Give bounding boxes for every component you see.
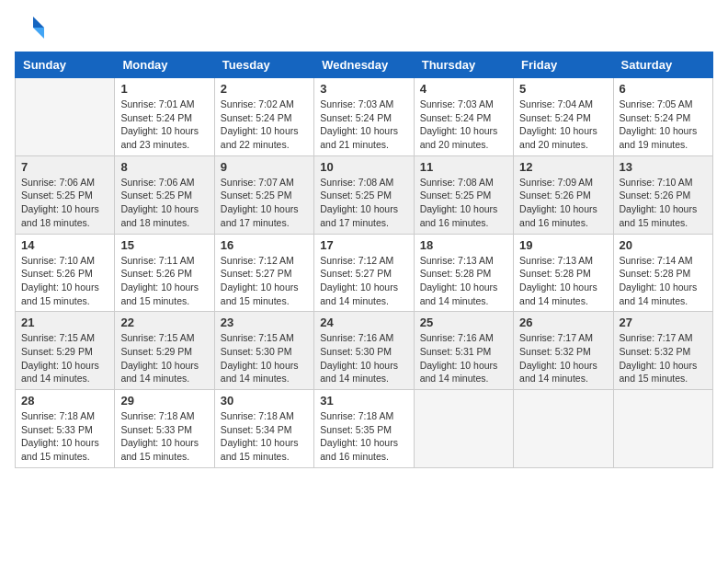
day-detail: Sunrise: 7:13 AM Sunset: 5:28 PM Dayligh… [420,254,507,308]
day-number: 10 [320,160,407,174]
calendar-cell: 14Sunrise: 7:10 AM Sunset: 5:26 PM Dayli… [16,234,115,312]
svg-marker-0 [33,17,44,28]
calendar-cell: 29Sunrise: 7:18 AM Sunset: 5:33 PM Dayli… [115,390,214,468]
day-number: 1 [120,82,208,96]
day-number: 15 [120,238,208,252]
logo [15,15,48,40]
header-thursday: Thursday [414,52,513,78]
calendar-cell: 17Sunrise: 7:12 AM Sunset: 5:27 PM Dayli… [314,234,414,312]
calendar-cell: 11Sunrise: 7:08 AM Sunset: 5:25 PM Dayli… [414,155,513,234]
day-detail: Sunrise: 7:11 AM Sunset: 5:26 PM Dayligh… [120,254,208,308]
calendar-cell: 19Sunrise: 7:13 AM Sunset: 5:28 PM Dayli… [514,234,613,312]
calendar-cell: 4Sunrise: 7:03 AM Sunset: 5:24 PM Daylig… [414,78,513,156]
day-detail: Sunrise: 7:14 AM Sunset: 5:28 PM Dayligh… [620,254,707,308]
calendar-cell: 1Sunrise: 7:01 AM Sunset: 5:24 PM Daylig… [115,78,214,156]
calendar-cell: 24Sunrise: 7:16 AM Sunset: 5:30 PM Dayli… [314,312,414,390]
calendar-week-row: 7Sunrise: 7:06 AM Sunset: 5:25 PM Daylig… [16,155,713,234]
calendar-week-row: 21Sunrise: 7:15 AM Sunset: 5:29 PM Dayli… [16,312,713,390]
day-detail: Sunrise: 7:06 AM Sunset: 5:25 PM Dayligh… [120,176,208,230]
day-number: 17 [320,238,407,252]
day-number: 26 [519,316,607,329]
calendar-cell: 12Sunrise: 7:09 AM Sunset: 5:26 PM Dayli… [514,155,613,234]
day-detail: Sunrise: 7:09 AM Sunset: 5:26 PM Dayligh… [519,176,607,230]
day-detail: Sunrise: 7:03 AM Sunset: 5:24 PM Dayligh… [420,98,507,152]
day-detail: Sunrise: 7:08 AM Sunset: 5:25 PM Dayligh… [320,176,407,230]
header-friday: Friday [514,52,613,78]
day-detail: Sunrise: 7:13 AM Sunset: 5:28 PM Dayligh… [519,254,607,308]
logo-icon [15,15,44,40]
header-wednesday: Wednesday [314,52,414,78]
day-detail: Sunrise: 7:18 AM Sunset: 5:33 PM Dayligh… [120,409,208,464]
calendar-cell: 10Sunrise: 7:08 AM Sunset: 5:25 PM Dayli… [314,155,414,234]
calendar-cell: 30Sunrise: 7:18 AM Sunset: 5:34 PM Dayli… [214,390,313,468]
day-detail: Sunrise: 7:15 AM Sunset: 5:30 PM Dayligh… [221,331,308,385]
day-detail: Sunrise: 7:01 AM Sunset: 5:24 PM Dayligh… [120,98,208,152]
day-detail: Sunrise: 7:16 AM Sunset: 5:30 PM Dayligh… [320,331,407,385]
day-number: 23 [221,316,308,329]
day-detail: Sunrise: 7:12 AM Sunset: 5:27 PM Dayligh… [320,254,407,308]
day-number: 18 [420,238,507,252]
day-detail: Sunrise: 7:08 AM Sunset: 5:25 PM Dayligh… [420,176,507,230]
day-number: 12 [519,160,607,174]
calendar-cell: 15Sunrise: 7:11 AM Sunset: 5:26 PM Dayli… [115,234,214,312]
day-number: 30 [221,394,308,408]
day-number: 3 [320,82,407,96]
calendar-cell: 3Sunrise: 7:03 AM Sunset: 5:24 PM Daylig… [314,78,414,156]
day-number: 6 [620,82,707,96]
day-detail: Sunrise: 7:12 AM Sunset: 5:27 PM Dayligh… [221,254,308,308]
day-number: 28 [21,394,108,408]
day-number: 9 [221,160,308,174]
day-detail: Sunrise: 7:10 AM Sunset: 5:26 PM Dayligh… [21,254,108,308]
day-detail: Sunrise: 7:16 AM Sunset: 5:31 PM Dayligh… [420,331,507,385]
calendar-cell: 23Sunrise: 7:15 AM Sunset: 5:30 PM Dayli… [214,312,313,390]
day-number: 20 [620,238,707,252]
day-number: 11 [420,160,507,174]
day-number: 22 [120,316,208,329]
day-number: 31 [320,394,407,408]
day-number: 5 [519,82,607,96]
day-number: 4 [420,82,507,96]
day-detail: Sunrise: 7:18 AM Sunset: 5:33 PM Dayligh… [21,409,108,464]
calendar-cell: 6Sunrise: 7:05 AM Sunset: 5:24 PM Daylig… [613,78,712,156]
header-monday: Monday [115,52,214,78]
day-detail: Sunrise: 7:17 AM Sunset: 5:32 PM Dayligh… [519,331,607,385]
calendar-table: SundayMondayTuesdayWednesdayThursdayFrid… [15,52,713,468]
calendar-cell: 27Sunrise: 7:17 AM Sunset: 5:32 PM Dayli… [613,312,712,390]
calendar-cell: 25Sunrise: 7:16 AM Sunset: 5:31 PM Dayli… [414,312,513,390]
calendar-cell: 31Sunrise: 7:18 AM Sunset: 5:35 PM Dayli… [314,390,414,468]
day-number: 27 [620,316,707,329]
header-saturday: Saturday [613,52,712,78]
calendar-cell: 5Sunrise: 7:04 AM Sunset: 5:24 PM Daylig… [514,78,613,156]
day-detail: Sunrise: 7:15 AM Sunset: 5:29 PM Dayligh… [120,331,208,385]
calendar-cell: 7Sunrise: 7:06 AM Sunset: 5:25 PM Daylig… [16,155,115,234]
day-number: 25 [420,316,507,329]
page-header [15,15,713,40]
day-detail: Sunrise: 7:17 AM Sunset: 5:32 PM Dayligh… [620,331,707,385]
day-number: 19 [519,238,607,252]
calendar-cell [414,390,513,468]
calendar-cell: 18Sunrise: 7:13 AM Sunset: 5:28 PM Dayli… [414,234,513,312]
calendar-cell [514,390,613,468]
calendar-cell: 16Sunrise: 7:12 AM Sunset: 5:27 PM Dayli… [214,234,313,312]
day-detail: Sunrise: 7:15 AM Sunset: 5:29 PM Dayligh… [21,331,108,385]
calendar-cell: 28Sunrise: 7:18 AM Sunset: 5:33 PM Dayli… [16,390,115,468]
calendar-header-row: SundayMondayTuesdayWednesdayThursdayFrid… [16,52,713,78]
day-detail: Sunrise: 7:10 AM Sunset: 5:26 PM Dayligh… [620,176,707,230]
day-detail: Sunrise: 7:18 AM Sunset: 5:35 PM Dayligh… [320,409,407,464]
day-number: 21 [21,316,108,329]
header-tuesday: Tuesday [214,52,313,78]
day-detail: Sunrise: 7:03 AM Sunset: 5:24 PM Dayligh… [320,98,407,152]
calendar-cell: 9Sunrise: 7:07 AM Sunset: 5:25 PM Daylig… [214,155,313,234]
day-number: 8 [120,160,208,174]
day-number: 13 [620,160,707,174]
day-number: 14 [21,238,108,252]
day-detail: Sunrise: 7:04 AM Sunset: 5:24 PM Dayligh… [519,98,607,152]
calendar-cell: 2Sunrise: 7:02 AM Sunset: 5:24 PM Daylig… [214,78,313,156]
calendar-cell: 22Sunrise: 7:15 AM Sunset: 5:29 PM Dayli… [115,312,214,390]
day-detail: Sunrise: 7:07 AM Sunset: 5:25 PM Dayligh… [221,176,308,230]
calendar-cell: 21Sunrise: 7:15 AM Sunset: 5:29 PM Dayli… [16,312,115,390]
calendar-cell: 8Sunrise: 7:06 AM Sunset: 5:25 PM Daylig… [115,155,214,234]
day-detail: Sunrise: 7:18 AM Sunset: 5:34 PM Dayligh… [221,409,308,464]
day-number: 24 [320,316,407,329]
header-sunday: Sunday [16,52,115,78]
